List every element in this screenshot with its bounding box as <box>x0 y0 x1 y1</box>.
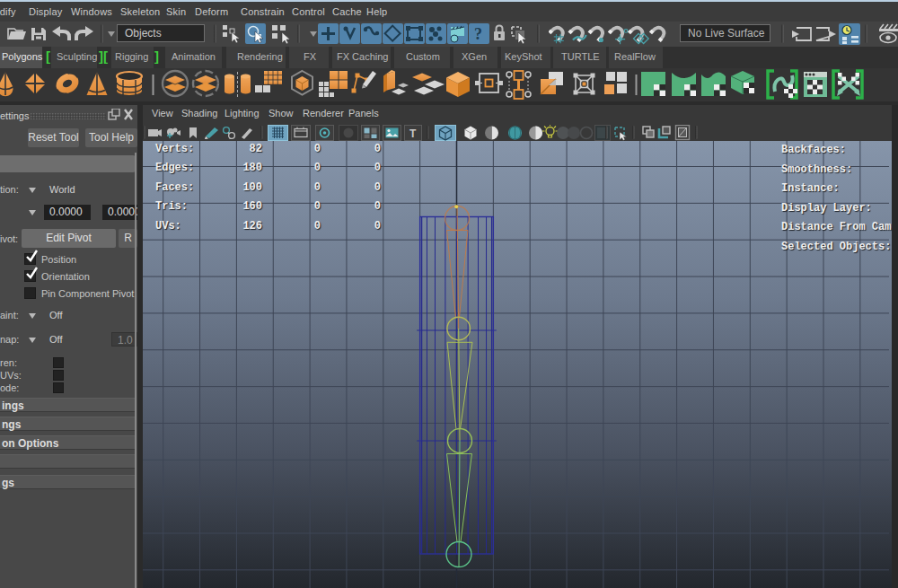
svg-text:T: T <box>409 127 417 140</box>
svg-text:?: ? <box>474 25 482 43</box>
